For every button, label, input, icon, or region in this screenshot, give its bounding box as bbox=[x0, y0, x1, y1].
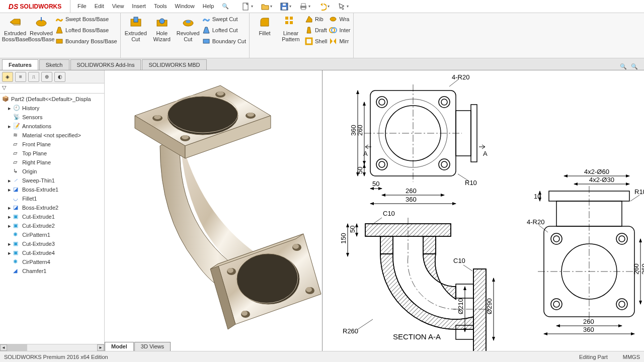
tree-tab-appearance-icon[interactable]: ◐ bbox=[54, 72, 65, 82]
svg-text:50: 50 bbox=[349, 226, 356, 233]
ribbon: Extruded Boss/Base Revolved Boss/Base Sw… bbox=[0, 13, 644, 58]
menu-tools[interactable]: Tools bbox=[153, 2, 168, 11]
menu-search-icon[interactable]: 🔍 bbox=[221, 2, 230, 11]
svg-text:4x2-Ø60: 4x2-Ø60 bbox=[584, 168, 609, 175]
tab-features[interactable]: Features bbox=[2, 59, 38, 70]
tree-item[interactable]: ▸ ◪Boss-Extrude2 bbox=[0, 203, 104, 212]
tree-item[interactable]: ✺CirPattern1 bbox=[0, 230, 104, 239]
feature-tree[interactable]: 📦Part2 (Default<<Default>_Displa ▸ 🕘Hist… bbox=[0, 94, 104, 344]
wrap-button[interactable]: Wra bbox=[329, 15, 350, 23]
menu-edit[interactable]: Edit bbox=[94, 2, 105, 11]
menu-file[interactable]: File bbox=[76, 2, 88, 11]
lofted-boss-button[interactable]: Lofted Boss/Base bbox=[55, 26, 117, 34]
tab-addins[interactable]: SOLIDWORKS Add-Ins bbox=[70, 59, 141, 70]
tree-item[interactable]: ▸ 📝Annotations bbox=[0, 122, 104, 131]
tab-sketch[interactable]: Sketch bbox=[39, 59, 69, 70]
qat-open-button[interactable]: ▾ bbox=[259, 2, 274, 12]
swept-cut-button[interactable]: Swept Cut bbox=[202, 15, 246, 23]
boundary-cut-button[interactable]: Boundary Cut bbox=[202, 37, 246, 45]
intersect-button[interactable]: Inter bbox=[329, 26, 350, 34]
svg-point-49 bbox=[379, 99, 385, 105]
svg-point-53 bbox=[379, 161, 385, 167]
tree-item[interactable]: ✺CirPattern4 bbox=[0, 257, 104, 266]
svg-text:10: 10 bbox=[534, 193, 541, 200]
tree-item[interactable]: ▸ ▣Cut-Extrude3 bbox=[0, 239, 104, 248]
tree-item[interactable]: ▸ ▣Cut-Extrude2 bbox=[0, 221, 104, 230]
svg-rect-10 bbox=[134, 17, 138, 22]
svg-point-43 bbox=[306, 287, 312, 292]
main-menu: File Edit View Insert Tools Window Help … bbox=[70, 2, 236, 11]
lofted-cut-button[interactable]: Lofted Cut bbox=[202, 26, 246, 34]
extruded-boss-button[interactable]: Extruded Boss/Base bbox=[3, 15, 27, 45]
revolved-boss-button[interactable]: Revolved Boss/Base bbox=[29, 15, 53, 45]
menu-view[interactable]: View bbox=[111, 2, 125, 11]
zoom-fit-icon[interactable]: 🔍 bbox=[620, 63, 627, 70]
svg-text:SECTION A-A: SECTION A-A bbox=[393, 332, 441, 341]
svg-point-50 bbox=[439, 97, 450, 108]
graphics-viewport[interactable] bbox=[105, 70, 326, 351]
qat-save-button[interactable]: ▾ bbox=[278, 2, 293, 12]
tree-tab-features-icon[interactable]: ◈ bbox=[2, 72, 13, 82]
tree-item[interactable]: ▸ 🕘History bbox=[0, 104, 104, 113]
tree-hscroll[interactable]: ◄► bbox=[0, 344, 104, 351]
tree-item[interactable]: 📡Sensors bbox=[0, 113, 104, 122]
fillet-button[interactable]: Fillet bbox=[253, 15, 277, 45]
menu-window[interactable]: Window bbox=[174, 2, 196, 11]
tree-tab-config-icon[interactable]: ⎍ bbox=[28, 72, 39, 82]
tree-item[interactable]: ▸ ▣Cut-Extrude4 bbox=[0, 248, 104, 257]
filter-icon[interactable]: ▽ bbox=[2, 84, 6, 90]
svg-point-102 bbox=[551, 299, 562, 310]
revolved-cut-button[interactable]: Revolved Cut bbox=[176, 15, 200, 45]
tree-root[interactable]: 📦Part2 (Default<<Default>_Displa bbox=[0, 95, 104, 104]
qat-undo-button[interactable]: ▾ bbox=[316, 2, 332, 12]
draft-button[interactable]: Draft bbox=[305, 26, 327, 34]
tree-item[interactable]: ◢Chamfer1 bbox=[0, 266, 104, 276]
svg-text:C10: C10 bbox=[383, 210, 395, 217]
boundary-boss-button[interactable]: Boundary Boss/Base bbox=[55, 37, 117, 45]
menu-insert[interactable]: Insert bbox=[131, 2, 147, 11]
tree-item[interactable]: ▸ ◪Boss-Extrude1 bbox=[0, 185, 104, 194]
tree-item[interactable]: ▸ ⟋Sweep-Thin1 bbox=[0, 176, 104, 185]
svg-text:260: 260 bbox=[632, 263, 640, 275]
status-edition: SOLIDWORKS Premium 2016 x64 Edition bbox=[4, 354, 108, 360]
extruded-cut-button[interactable]: Extruded Cut bbox=[124, 15, 148, 45]
svg-point-37 bbox=[227, 268, 233, 273]
menu-help[interactable]: Help bbox=[202, 2, 215, 11]
svg-rect-2 bbox=[282, 7, 286, 10]
swept-boss-button[interactable]: Swept Boss/Base bbox=[55, 15, 117, 23]
status-units[interactable]: MMGS bbox=[623, 354, 640, 360]
tree-item[interactable]: ◡Fillet1 bbox=[0, 194, 104, 203]
app-logo: DS SOLIDWORKS bbox=[0, 0, 70, 13]
svg-text:260: 260 bbox=[406, 187, 417, 195]
svg-rect-18 bbox=[285, 21, 288, 24]
svg-point-105 bbox=[619, 301, 625, 307]
svg-rect-8 bbox=[56, 39, 62, 43]
qat-select-button[interactable]: ▾ bbox=[336, 2, 351, 12]
tree-item[interactable]: ▱Right Plane bbox=[0, 158, 104, 167]
extruded-boss-label: Extruded Boss/Base bbox=[2, 30, 29, 42]
bottom-tab-model[interactable]: Model bbox=[105, 342, 134, 351]
svg-point-101 bbox=[619, 236, 625, 242]
bottom-tab-3dviews[interactable]: 3D Views bbox=[134, 342, 171, 351]
linear-pattern-button[interactable]: Linear Pattern bbox=[279, 15, 303, 45]
tab-mbd[interactable]: SOLIDWORKS MBD bbox=[142, 59, 206, 70]
tree-item[interactable]: ▱Front Plane bbox=[0, 140, 104, 149]
rib-button[interactable]: Rib bbox=[305, 15, 327, 23]
tree-tab-dimxpert-icon[interactable]: ⊕ bbox=[41, 72, 52, 82]
svg-point-103 bbox=[553, 301, 559, 307]
qat-new-button[interactable]: ▾ bbox=[240, 2, 255, 12]
tree-item[interactable]: ↳Origin bbox=[0, 167, 104, 176]
tree-tab-property-icon[interactable]: ≡ bbox=[15, 72, 26, 82]
shell-button[interactable]: Shell bbox=[305, 37, 327, 45]
hole-wizard-button[interactable]: Hole Wizard bbox=[150, 15, 174, 45]
zoom-area-icon[interactable]: 🔍 bbox=[631, 63, 638, 70]
svg-text:4-R20: 4-R20 bbox=[527, 218, 544, 226]
tree-item[interactable]: ▸ ▣Cut-Extrude1 bbox=[0, 212, 104, 221]
svg-text:260: 260 bbox=[356, 125, 364, 136]
tree-item[interactable]: ▱Top Plane bbox=[0, 149, 104, 158]
qat-print-button[interactable]: ▾ bbox=[297, 2, 312, 12]
mirror-button[interactable]: Mirr bbox=[329, 37, 350, 45]
svg-point-99 bbox=[553, 236, 559, 242]
svg-rect-20 bbox=[306, 38, 312, 44]
tree-item[interactable]: ≋Material <not specified> bbox=[0, 131, 104, 140]
